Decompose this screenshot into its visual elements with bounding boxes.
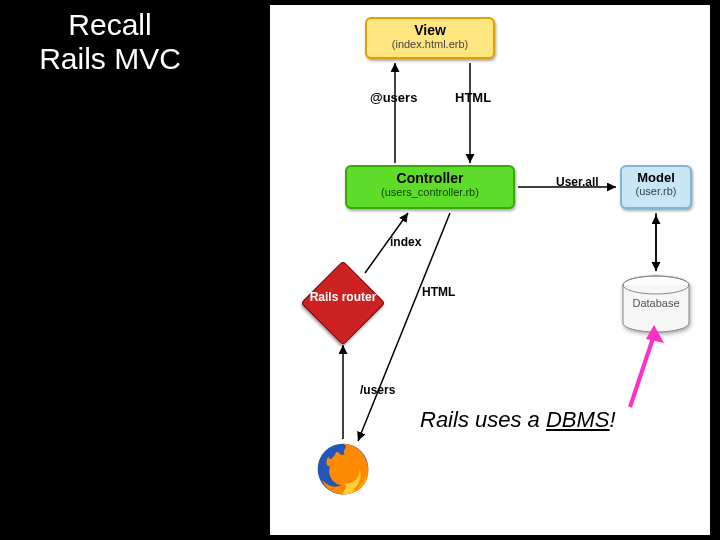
browser-icon	[314, 440, 372, 498]
diagram-canvas: View (index.html.erb) @users HTML Contro…	[270, 5, 710, 535]
label-index: index	[390, 235, 421, 249]
label-at-users: @users	[370, 90, 417, 105]
callout-suffix: !	[610, 407, 616, 432]
view-file: (index.html.erb)	[367, 38, 493, 50]
title-line1: Recall	[0, 8, 220, 42]
label-slash-users: /users	[360, 383, 395, 397]
router-label: Rails router	[297, 291, 389, 304]
callout-arrow-icon	[616, 321, 666, 411]
callout-text: Rails uses a DBMS!	[420, 407, 616, 433]
svg-marker-15	[646, 325, 664, 343]
label-user-all: User.all	[556, 175, 599, 189]
model-box: Model (user.rb)	[620, 165, 692, 209]
title-line2: Rails MVC	[0, 42, 220, 76]
model-name: Model	[622, 171, 690, 185]
label-html-mid: HTML	[422, 285, 455, 299]
router-box: Rails router	[303, 263, 383, 343]
callout-emph: DBMS	[546, 407, 610, 432]
model-file: (user.rb)	[622, 185, 690, 197]
view-box: View (index.html.erb)	[365, 17, 495, 59]
controller-file: (users_controller.rb)	[347, 186, 513, 198]
svg-line-14	[630, 335, 654, 407]
callout-prefix: Rails uses a	[420, 407, 546, 432]
database-label: Database	[620, 297, 692, 309]
page-title: Recall Rails MVC	[0, 8, 220, 76]
view-name: View	[367, 23, 493, 38]
label-html-top: HTML	[455, 90, 491, 105]
controller-box: Controller (users_controller.rb)	[345, 165, 515, 209]
controller-name: Controller	[347, 171, 513, 186]
